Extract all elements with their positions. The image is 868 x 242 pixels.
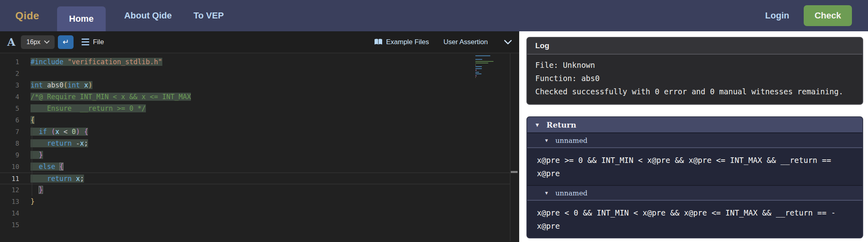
- user-assertion-dropdown[interactable]: User Assertion: [443, 38, 488, 46]
- line-number: 13: [0, 196, 25, 207]
- chevron-down-icon: [44, 41, 49, 44]
- font-size-select[interactable]: 16px: [21, 35, 55, 49]
- line-number: 15: [0, 219, 25, 231]
- line-number: 2: [0, 68, 25, 79]
- return-section-title: Return: [547, 120, 576, 129]
- file-menu-button[interactable]: File: [82, 38, 104, 46]
- user-assertion-chevron[interactable]: [504, 40, 512, 45]
- line-number: 3: [0, 79, 25, 91]
- line-number: 14: [0, 207, 25, 219]
- code-lines: 1#include "verification_stdlib.h"23int a…: [0, 53, 519, 231]
- selection-highlight: {: [31, 116, 35, 124]
- log-line: Function: abs0: [535, 72, 854, 85]
- selection-highlight: }: [31, 151, 43, 159]
- code-line: 1#include "verification_stdlib.h": [0, 56, 510, 68]
- log-messages: File: UnknownFunction: abs0Checked succe…: [527, 55, 862, 104]
- code-line: 3int abs0(int x): [0, 79, 510, 91]
- file-menu-label: File: [93, 38, 104, 46]
- selection-highlight: int abs0(int x): [31, 81, 92, 89]
- assertion-group-body: x@pre < 0 && INT_MIN < x@pre && x@pre <=…: [527, 200, 862, 238]
- line-number: 7: [0, 126, 25, 138]
- return-groups: ▼unnamedx@pre >= 0 && INT_MIN < x@pre &&…: [527, 132, 862, 238]
- line-number: 11: [0, 173, 25, 184]
- assertion-condition: x@pre >= 0 && INT_MIN < x@pre && x@pre <…: [537, 154, 836, 180]
- code-editor[interactable]: 1#include "verification_stdlib.h"23int a…: [0, 53, 519, 241]
- check-button[interactable]: Check: [804, 5, 852, 26]
- login-link[interactable]: Login: [765, 10, 789, 21]
- chevron-down-icon: [504, 40, 512, 45]
- code-line: 7 if (x < 0) {: [0, 126, 510, 138]
- collapse-triangle-icon: ▼: [534, 122, 540, 128]
- menu-icon: [82, 39, 89, 45]
- return-arrow-icon: ↵: [63, 37, 69, 47]
- code-line: 9 }: [0, 149, 510, 161]
- line-number: 1: [0, 56, 25, 68]
- editor-toolbar: A 16px ↵ File Example Files User Asserti…: [0, 31, 519, 53]
- brand-logo[interactable]: Qide: [15, 10, 39, 22]
- book-icon: [374, 39, 383, 45]
- overview-ruler-marker: [511, 171, 518, 173]
- selection-highlight: else {: [31, 163, 63, 171]
- log-panel-title: Log: [527, 38, 862, 55]
- line-number: 5: [0, 103, 25, 114]
- code-line: 6{: [0, 114, 510, 126]
- selection-highlight: return x;: [31, 175, 84, 183]
- example-files-button[interactable]: Example Files: [374, 38, 429, 46]
- code-line: 4/*@ Require INT_MIN < x && x <= INT_MAX: [0, 91, 510, 103]
- line-number: 4: [0, 91, 25, 103]
- code-line: 2: [0, 68, 510, 79]
- line-number: 8: [0, 138, 25, 149]
- code-line: 13}: [0, 196, 510, 207]
- log-panel: Log File: UnknownFunction: abs0Checked s…: [526, 37, 863, 105]
- overview-ruler-separator: [510, 53, 510, 241]
- log-line: Checked successfully with 0 error and 0 …: [535, 85, 854, 98]
- nav-tab-about-qide[interactable]: About Qide: [124, 10, 172, 21]
- code-line: 8 return -x;: [0, 138, 510, 149]
- assertion-group-label: unnamed: [555, 136, 588, 144]
- code-line: 15: [0, 219, 510, 231]
- indent-guide: [32, 126, 32, 196]
- insert-newline-button[interactable]: ↵: [58, 35, 74, 49]
- assertion-group-label: unnamed: [555, 189, 588, 197]
- toolbar-right-group: Example Files User Assertion: [374, 38, 514, 46]
- editor-pane: A 16px ↵ File Example Files User Asserti…: [0, 31, 519, 242]
- line-number: 6: [0, 114, 25, 126]
- line-number: 9: [0, 149, 25, 161]
- assertion-group-header[interactable]: ▼unnamed: [527, 185, 862, 200]
- selection-highlight: if (x < 0) {: [31, 128, 88, 136]
- selection-highlight: /*@ Require INT_MIN < x && x <= INT_MAX: [31, 93, 191, 101]
- selection-highlight: Ensure __return >= 0 */: [31, 104, 146, 112]
- assertion-condition: x@pre < 0 && INT_MIN < x@pre && x@pre <=…: [537, 206, 836, 233]
- collapse-triangle-icon: ▼: [544, 190, 549, 196]
- code-line: 10 else {: [0, 161, 510, 173]
- log-line: File: Unknown: [535, 59, 854, 72]
- return-panel: ▼ Return ▼unnamedx@pre >= 0 && INT_MIN <…: [526, 116, 863, 238]
- selection-highlight: return -x;: [31, 139, 88, 147]
- font-style-icon[interactable]: A: [7, 36, 15, 48]
- minimap[interactable]: [475, 55, 494, 83]
- nav-tab-home[interactable]: Home: [57, 6, 106, 31]
- return-section-header[interactable]: ▼ Return: [527, 117, 862, 132]
- assertion-group-header[interactable]: ▼unnamed: [527, 132, 862, 147]
- font-size-value: 16px: [27, 39, 41, 46]
- nav-tab-to-vep[interactable]: To VEP: [193, 10, 223, 21]
- selection-highlight: #include "verification_stdlib.h": [31, 58, 162, 66]
- code-line: 5 Ensure __return >= 0 */: [0, 103, 510, 114]
- example-files-label: Example Files: [386, 38, 429, 46]
- navbar: Qide Home About Qide To VEP Login Check: [0, 0, 868, 31]
- line-number: 12: [0, 184, 25, 196]
- code-line: 11 return x;: [0, 173, 510, 184]
- code-line: 12 }: [0, 184, 510, 196]
- assertion-group-body: x@pre >= 0 && INT_MIN < x@pre && x@pre <…: [527, 147, 862, 185]
- line-number: 10: [0, 161, 25, 173]
- user-assertion-label: User Assertion: [443, 38, 488, 46]
- code-line: 14: [0, 207, 510, 219]
- collapse-triangle-icon: ▼: [544, 138, 549, 143]
